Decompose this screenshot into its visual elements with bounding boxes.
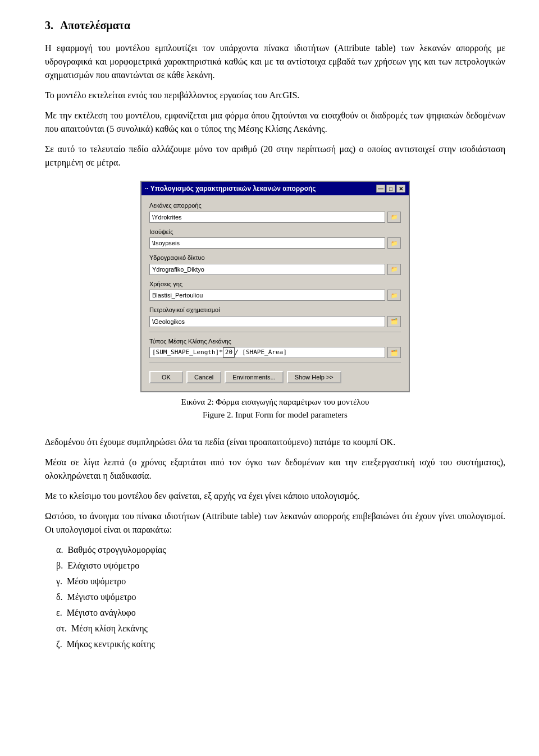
list-text-2: Μέσο υψόμετρο bbox=[67, 576, 126, 586]
dialog-buttons: OK Cancel Environments... Show Help >> bbox=[149, 368, 401, 386]
field-browse-btn-0[interactable]: 📁 bbox=[387, 212, 401, 223]
section-heading: 3. Αποτελέσματα bbox=[45, 17, 505, 34]
paragraph-after-4: Ωστόσο, το άνοιγμα του πίνακα ιδιοτήτων … bbox=[45, 510, 505, 537]
formula-label: Τύπος Μέσης Κλίσης Λεκάνης bbox=[149, 337, 401, 346]
dialog-wrapper: ·· Υπολογισμός χαρακτηριστικών λεκανών α… bbox=[45, 181, 505, 430]
field-row-2: Υδρογραφικό δίκτυο 📁 bbox=[149, 253, 401, 275]
formula-prefix: [SUM_SHAPE_Length]* bbox=[152, 348, 223, 358]
dialog-title: ·· Υπολογισμός χαρακτηριστικών λεκανών α… bbox=[145, 184, 316, 194]
figure-caption-greek: Εικόνα 2: Φόρμα εισαγωγής παραμέτρων του… bbox=[181, 396, 369, 409]
formula-field-row: Τύπος Μέσης Κλίσης Λεκάνης [SUM_SHAPE_Le… bbox=[149, 337, 401, 359]
list-prefix-5: στ. bbox=[56, 624, 67, 633]
show-help-button[interactable]: Show Help >> bbox=[287, 371, 341, 383]
list-prefix-1: β. bbox=[56, 561, 63, 570]
section-number: 3. bbox=[45, 19, 53, 31]
list-item-6: ζ. Μήκος κεντρικής κοίτης bbox=[56, 638, 505, 651]
field-row-3: Χρήσεις γης 📁 bbox=[149, 280, 401, 301]
field-label-4: Πετρολογικοί σχηματισμοί bbox=[149, 305, 401, 315]
list-item-4: ε. Μέγιστο ανάγλυφο bbox=[56, 606, 505, 620]
field-label-2: Υδρογραφικό δίκτυο bbox=[149, 253, 401, 263]
paragraph-1: Η εφαρμογή του μοντέλου εμπλουτίζει τον … bbox=[45, 42, 505, 82]
paragraph-after-2: Μέσα σε λίγα λεπτά (ο χρόνος εξαρτάται α… bbox=[45, 456, 505, 483]
field-input-row-0: 📁 bbox=[149, 212, 401, 223]
formula-display[interactable]: [SUM_SHAPE_Length]*20/ [SHAPE_Area] bbox=[149, 347, 385, 358]
field-browse-btn-1[interactable]: 📁 bbox=[387, 237, 401, 249]
maximize-button[interactable]: □ bbox=[386, 185, 395, 193]
list-prefix-0: α. bbox=[56, 545, 63, 555]
list-text-4: Μέγιστο ανάγλυφο bbox=[67, 608, 136, 617]
list-item-0: α. Βαθμός στρογγυλομορφίας bbox=[56, 543, 505, 557]
field-label-0: Λεκάνες απορροής bbox=[149, 201, 401, 210]
field-input-row-2: 📁 bbox=[149, 264, 401, 275]
field-row-1: Ισοϋψείς 📁 bbox=[149, 227, 401, 249]
list-item-3: δ. Μέγιστο υψόμετρο bbox=[56, 590, 505, 604]
field-input-row-4: 🗂️ bbox=[149, 316, 401, 327]
formula-browse-btn[interactable]: 🗂️ bbox=[387, 347, 401, 358]
list-item-5: στ. Μέση κλίση λεκάνης bbox=[56, 622, 505, 635]
dialog-titlebar-buttons: — □ ✕ bbox=[376, 185, 405, 193]
field-label-3: Χρήσεις γης bbox=[149, 280, 401, 289]
list-item-2: γ. Μέσο υψόμετρο bbox=[56, 575, 505, 588]
dialog-titlebar: ·· Υπολογισμός χαρακτηριστικών λεκανών α… bbox=[141, 182, 409, 195]
field-input-1[interactable] bbox=[149, 237, 385, 249]
cancel-button[interactable]: Cancel bbox=[186, 371, 221, 383]
field-browse-btn-2[interactable]: 📁 bbox=[387, 264, 401, 275]
figure-caption: Εικόνα 2: Φόρμα εισαγωγής παραμέτρων του… bbox=[181, 396, 369, 421]
list-item-1: β. Ελάχιστο υψόμετρο bbox=[56, 559, 505, 572]
field-input-3[interactable] bbox=[149, 290, 385, 301]
formula-suffix: / [SHAPE_Area] bbox=[235, 348, 287, 358]
divider bbox=[149, 332, 401, 332]
field-label-1: Ισοϋψείς bbox=[149, 227, 401, 237]
paragraph-4: Σε αυτό το τελευταίο πεδίο αλλάζουμε μόν… bbox=[45, 143, 505, 169]
list-text-6: Μήκος κεντρικής κοίτης bbox=[67, 639, 155, 649]
list-text-0: Βαθμός στρογγυλομορφίας bbox=[67, 545, 166, 555]
paragraph-2: Το μοντέλο εκτελείται εντός του περιβάλλ… bbox=[45, 89, 505, 102]
field-input-row-3: 📁 bbox=[149, 290, 401, 301]
paragraph-3: Με την εκτέλεση του μοντέλου, εμφανίζετα… bbox=[45, 109, 505, 136]
paragraph-after-1: Δεδομένου ότι έχουμε συμπληρώσει όλα τα … bbox=[45, 436, 505, 449]
paragraph-after-3: Με το κλείσιμο του μοντέλου δεν φαίνεται… bbox=[45, 489, 505, 503]
list-prefix-2: γ. bbox=[56, 576, 62, 586]
field-row-0: Λεκάνες απορροής 📁 bbox=[149, 201, 401, 223]
close-button[interactable]: ✕ bbox=[396, 185, 405, 193]
ok-button[interactable]: OK bbox=[149, 371, 183, 383]
field-browse-btn-4[interactable]: 🗂️ bbox=[387, 316, 401, 327]
field-input-2[interactable] bbox=[149, 264, 385, 275]
list-prefix-6: ζ. bbox=[56, 639, 62, 649]
minimize-button[interactable]: — bbox=[376, 185, 385, 193]
dialog-content: Λεκάνες απορροής 📁 Ισοϋψείς 📁 Υδρογραφικ… bbox=[141, 195, 409, 391]
field-input-4[interactable] bbox=[149, 316, 385, 327]
list-text-1: Ελάχιστο υψόμετρο bbox=[67, 561, 139, 570]
list-text-3: Μέγιστο υψόμετρο bbox=[67, 592, 136, 602]
formula-input-row: [SUM_SHAPE_Length]*20/ [SHAPE_Area] 🗂️ bbox=[149, 347, 401, 358]
figure-caption-english: Figure 2. Input Form for model parameter… bbox=[181, 409, 369, 421]
list-prefix-4: ε. bbox=[56, 608, 62, 617]
field-row-4: Πετρολογικοί σχηματισμοί 🗂️ bbox=[149, 305, 401, 327]
list-prefix-3: δ. bbox=[56, 592, 63, 602]
environments-button[interactable]: Environments... bbox=[225, 371, 283, 383]
field-input-row-1: 📁 bbox=[149, 237, 401, 249]
formula-number: 20 bbox=[223, 347, 235, 358]
result-list: α. Βαθμός στρογγυλομορφίας β. Ελάχιστο υ… bbox=[45, 543, 505, 651]
list-text-5: Μέση κλίση λεκάνης bbox=[71, 624, 148, 633]
field-browse-btn-3[interactable]: 📁 bbox=[387, 290, 401, 301]
field-input-0[interactable] bbox=[149, 212, 385, 223]
section-title-text: Αποτελέσματα bbox=[60, 19, 130, 31]
divider-2 bbox=[149, 363, 401, 363]
dialog-box: ·· Υπολογισμός χαρακτηριστικών λεκανών α… bbox=[140, 181, 410, 392]
